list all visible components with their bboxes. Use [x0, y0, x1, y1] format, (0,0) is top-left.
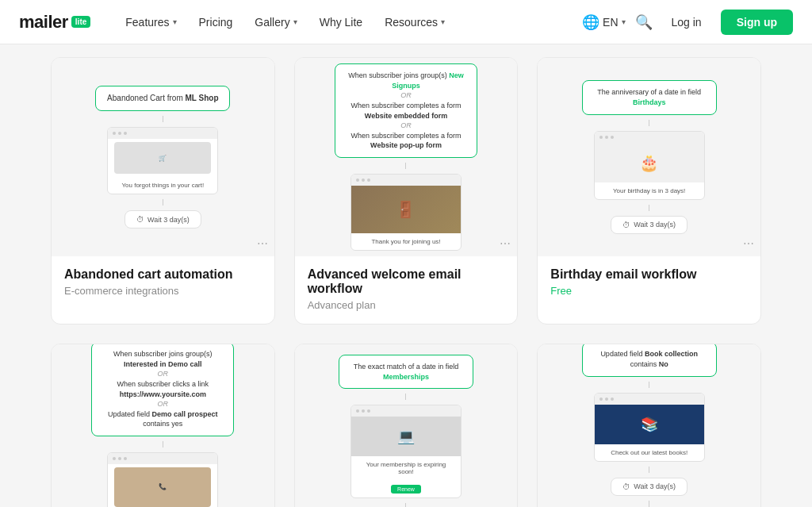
trigger-box-birthday: The anniversary of a date in field Birth…: [582, 80, 717, 114]
nav-why-lite[interactable]: Why Lite: [310, 11, 372, 33]
lang-chevron-icon: ▾: [622, 17, 626, 26]
email-image-abandoned: 🛒: [114, 142, 211, 174]
dot-5: [362, 179, 365, 182]
card-subtitle-welcome: Advanced plan: [308, 299, 505, 311]
card-demo-call: When subscriber joins group(s) Intereste…: [51, 344, 275, 507]
main-content: Abandoned Cart from ML Shop 🛒: [0, 44, 812, 507]
card-preview-abandoned-cart: Abandoned Cart from ML Shop 🛒: [52, 58, 274, 256]
logo-text: mailer: [19, 12, 68, 33]
logo[interactable]: mailer lite: [19, 12, 90, 33]
email-body-membership: Your membership is expiring soon!: [351, 456, 461, 480]
membership-image: 💻: [351, 417, 461, 456]
card-subtitle-birthday: Free: [550, 285, 748, 297]
email-body-abandoned: You forgot things in your cart!: [108, 177, 217, 194]
dot-15: [367, 409, 370, 413]
clock-icon-2: ⏱: [622, 221, 630, 229]
card-menu-icon-3[interactable]: ⋯: [743, 237, 754, 250]
navbar: mailer lite Features ▾ Pricing Gallery ▾…: [0, 0, 812, 44]
card-title-birthday: Birthday email workflow: [550, 267, 748, 282]
email-body-birthday: Your birthday is in 3 days!: [595, 182, 704, 199]
card-grid: Abandoned Cart from ML Shop 🛒: [51, 57, 761, 507]
card-title-welcome: Advanced welcome email workflow: [308, 267, 505, 296]
birthday-image: 🎂: [595, 143, 704, 182]
gallery-chevron-icon: ▾: [293, 17, 297, 26]
nav-features[interactable]: Features ▾: [116, 11, 186, 33]
book-image: 📚: [595, 405, 704, 444]
login-button[interactable]: Log in: [662, 11, 711, 33]
card-menu-icon-2[interactable]: ⋯: [500, 237, 511, 250]
email-preview-membership: 💻 Your membership is expiring soon! Rene…: [350, 405, 462, 498]
demo-image: 📞: [114, 467, 211, 507]
card-subtitle-abandoned: E-commerce integrations: [64, 285, 262, 297]
card-preview-book: Updated field Book collection contains N…: [538, 344, 760, 507]
card-info-birthday: Birthday email workflow Free: [538, 256, 760, 309]
dot-12: [124, 457, 127, 460]
email-preview-birthday: 🎂 Your birthday is in 3 days!: [594, 131, 705, 200]
trigger-box-demo: When subscriber joins group(s) Intereste…: [91, 344, 234, 436]
dot-17: [605, 398, 608, 401]
connector-1: [163, 116, 163, 122]
email-preview-welcome: 🚪 Thank you for joining us!: [350, 174, 462, 251]
trigger-box-book: Updated field Book collection contains N…: [582, 344, 717, 377]
email-header: [108, 128, 217, 139]
dot-4: [356, 179, 359, 182]
card-title-abandoned: Abandoned cart automation: [64, 267, 262, 282]
dot-18: [611, 398, 614, 401]
dot-8: [605, 136, 608, 139]
connector-8: [405, 394, 406, 400]
connector-5: [649, 120, 649, 126]
email-header-5: [351, 405, 461, 417]
card-menu-icon[interactable]: ⋯: [257, 237, 268, 250]
card-book-collection: Updated field Book collection contains N…: [537, 344, 761, 507]
card-abandoned-cart: Abandoned Cart from ML Shop 🛒: [51, 57, 275, 325]
connector-9: [405, 503, 406, 507]
card-advanced-welcome: When subscriber joins group(s) New Signu…: [294, 57, 519, 325]
workflow-membership: The exact match of a date in field Membe…: [308, 355, 505, 507]
trigger-box-membership: The exact match of a date in field Membe…: [339, 355, 473, 389]
lang-selector[interactable]: 🌐 EN ▾: [582, 13, 625, 31]
card-preview-welcome: When subscriber joins group(s) New Signu…: [295, 58, 518, 256]
signup-button[interactable]: Sign up: [721, 10, 793, 35]
nav-actions: 🌐 EN ▾ 🔍 Log in Sign up: [582, 10, 793, 35]
clock-icon: ⏱: [136, 215, 144, 224]
connector-11: [649, 467, 649, 473]
nav-resources[interactable]: Resources ▾: [375, 11, 454, 33]
logo-badge: lite: [71, 16, 90, 28]
workflow-birthday: The anniversary of a date in field Birth…: [550, 80, 748, 233]
email-header-4: [108, 453, 217, 464]
dot-14: [362, 409, 365, 413]
clock-icon-4: ⏱: [622, 482, 630, 491]
connector-10: [649, 382, 649, 388]
wait-box-book: ⏱ Wait 3 day(s): [611, 478, 688, 496]
dot-10: [113, 457, 116, 460]
card-preview-demo: When subscriber joins group(s) Intereste…: [52, 344, 274, 507]
nav-gallery[interactable]: Gallery ▾: [245, 11, 306, 33]
globe-icon: 🌐: [582, 13, 599, 31]
dot-2: [118, 132, 121, 135]
wait-box-abandoned: ⏱ Wait 3 day(s): [124, 210, 201, 229]
search-icon[interactable]: 🔍: [635, 13, 653, 31]
card-membership: The exact match of a date in field Membe…: [294, 344, 519, 507]
email-body-book: Check out our latest books!: [595, 444, 704, 461]
card-info-welcome: Advanced welcome email workflow Advanced…: [295, 256, 518, 324]
dot-16: [599, 398, 603, 401]
email-header-3: [595, 132, 704, 143]
email-header-6: [595, 394, 704, 405]
trigger-box-welcome: When subscriber joins group(s) New Signu…: [335, 63, 477, 158]
nav-links: Features ▾ Pricing Gallery ▾ Why Lite Re…: [116, 11, 582, 33]
card-preview-membership: The exact match of a date in field Membe…: [295, 344, 518, 507]
nav-pricing[interactable]: Pricing: [190, 11, 243, 33]
features-chevron-icon: ▾: [173, 17, 177, 26]
welcome-image: 🚪: [351, 186, 461, 233]
email-preview-book: 📚 Check out our latest books!: [594, 393, 705, 462]
connector-7: [163, 441, 163, 447]
dot-1: [113, 132, 116, 135]
email-header-2: [351, 175, 461, 186]
email-preview-demo: 📞 Book a demo call Book now: [107, 452, 218, 507]
workflow-demo: When subscriber joins group(s) Intereste…: [64, 344, 262, 507]
dot-3: [124, 132, 127, 135]
workflow-book: Updated field Book collection contains N…: [550, 344, 748, 507]
card-info-abandoned: Abandoned cart automation E-commerce int…: [52, 256, 274, 309]
dot-7: [599, 136, 603, 139]
dot-6: [367, 179, 370, 182]
